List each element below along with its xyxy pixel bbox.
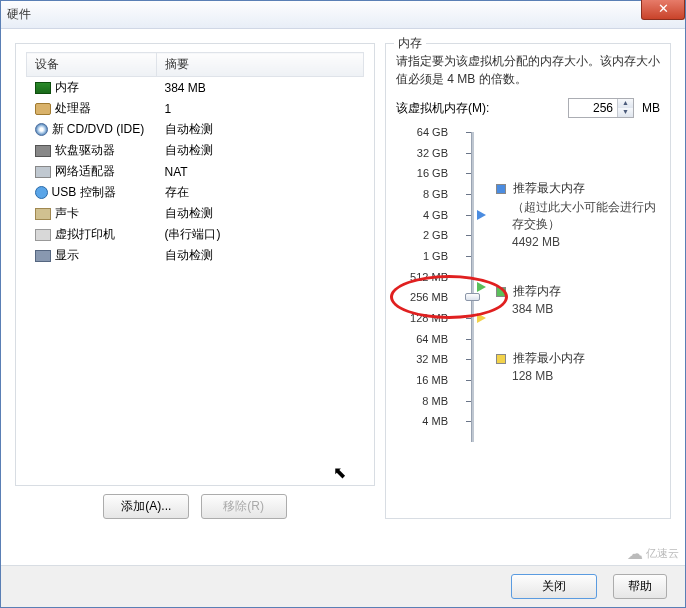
tick-label: 256 MB <box>410 291 448 303</box>
memory-legend: 推荐最大内存 （超过此大小可能会进行内存交换） 4492 MB 推荐内存 384… <box>496 132 660 442</box>
memory-panel: 内存 请指定要为该虚拟机分配的内存大小。该内存大小值必须是 4 MB 的倍数。 … <box>385 43 671 519</box>
tick-label: 8 GB <box>423 188 448 200</box>
memory-spinner[interactable]: ▲ ▼ <box>568 98 634 118</box>
legend-square-blue-icon <box>496 184 506 194</box>
device-name: 显示 <box>55 248 79 262</box>
window-title: 硬件 <box>7 6 31 23</box>
close-dialog-button[interactable]: 关闭 <box>511 574 597 599</box>
tick-label: 512 MB <box>410 271 448 283</box>
device-name: 网络适配器 <box>55 164 115 178</box>
legend-square-green-icon <box>496 287 506 297</box>
device-summary: 自动检测 <box>157 119 364 140</box>
memory-unit: MB <box>642 101 660 115</box>
device-row[interactable]: 虚拟打印机(串行端口) <box>27 224 364 245</box>
tick-label: 32 GB <box>417 147 448 159</box>
titlebar: 硬件 ✕ <box>1 1 685 29</box>
device-name: 内存 <box>55 80 79 94</box>
legend-square-yellow-icon <box>496 354 506 364</box>
device-summary: 1 <box>157 98 364 119</box>
device-row[interactable]: 显示自动检测 <box>27 245 364 266</box>
tick-label: 16 GB <box>417 167 448 179</box>
legend-max-title: 推荐最大内存 <box>513 181 585 195</box>
tick-label: 128 MB <box>410 312 448 324</box>
slider-track[interactable] <box>471 132 474 442</box>
legend-rec-title: 推荐内存 <box>513 284 561 298</box>
spin-up-icon[interactable]: ▲ <box>618 99 633 108</box>
tick-label: 4 MB <box>422 415 448 427</box>
device-icon <box>35 103 51 115</box>
device-table: 设备 摘要 内存384 MB处理器1新 CD/DVD (IDE)自动检测软盘驱动… <box>26 52 364 266</box>
add-button[interactable]: 添加(A)... <box>103 494 189 519</box>
device-row[interactable]: 网络适配器NAT <box>27 161 364 182</box>
device-row[interactable]: 新 CD/DVD (IDE)自动检测 <box>27 119 364 140</box>
device-summary: 自动检测 <box>157 203 364 224</box>
device-icon <box>35 229 51 241</box>
memory-slider-area: 64 GB32 GB16 GB8 GB4 GB2 GB1 GB512 MB256… <box>396 132 660 442</box>
device-summary: 自动检测 <box>157 245 364 266</box>
device-summary: 存在 <box>157 182 364 203</box>
dialog-footer: 关闭 帮助 <box>1 565 685 607</box>
tick-label: 2 GB <box>423 229 448 241</box>
device-list-panel: 设备 摘要 内存384 MB处理器1新 CD/DVD (IDE)自动检测软盘驱动… <box>15 43 375 486</box>
col-summary[interactable]: 摘要 <box>157 53 364 77</box>
device-icon <box>35 123 48 136</box>
legend-min-title: 推荐最小内存 <box>513 351 585 365</box>
device-name: USB 控制器 <box>52 185 116 199</box>
tick-label: 16 MB <box>416 374 448 386</box>
device-icon <box>35 186 48 199</box>
max-memory-marker-icon <box>477 210 486 220</box>
slider-thumb[interactable] <box>465 293 480 301</box>
legend-max-value: 4492 MB <box>512 235 660 249</box>
device-buttons: 添加(A)... 移除(R) <box>15 494 375 519</box>
tick-label: 8 MB <box>422 395 448 407</box>
spin-down-icon[interactable]: ▼ <box>618 108 633 117</box>
device-name: 处理器 <box>55 101 91 115</box>
legend-max-note: （超过此大小可能会进行内存交换） <box>512 199 660 233</box>
device-summary: 384 MB <box>157 77 364 99</box>
cloud-icon: ☁ <box>627 544 643 563</box>
watermark: ☁ 亿速云 <box>627 544 679 563</box>
recommended-memory-marker-icon <box>477 282 486 292</box>
device-row[interactable]: USB 控制器存在 <box>27 182 364 203</box>
min-memory-marker-icon <box>477 313 486 323</box>
device-name: 声卡 <box>55 206 79 220</box>
device-summary: (串行端口) <box>157 224 364 245</box>
device-summary: NAT <box>157 161 364 182</box>
hardware-dialog: 硬件 ✕ 设备 摘要 内存384 MB处理器1新 CD/DVD (IDE)自动检… <box>0 0 686 608</box>
memory-input[interactable] <box>569 99 617 117</box>
tick-label: 4 GB <box>423 209 448 221</box>
tick-label: 64 MB <box>416 333 448 345</box>
device-icon <box>35 145 51 157</box>
device-icon <box>35 82 51 94</box>
device-name: 新 CD/DVD (IDE) <box>52 122 145 136</box>
device-name: 虚拟打印机 <box>55 227 115 241</box>
tick-label: 1 GB <box>423 250 448 262</box>
memory-description: 请指定要为该虚拟机分配的内存大小。该内存大小值必须是 4 MB 的倍数。 <box>396 52 660 88</box>
legend-min-value: 128 MB <box>512 369 660 383</box>
device-summary: 自动检测 <box>157 140 364 161</box>
help-button[interactable]: 帮助 <box>613 574 667 599</box>
tick-label: 32 MB <box>416 353 448 365</box>
col-device[interactable]: 设备 <box>27 53 157 77</box>
device-row[interactable]: 声卡自动检测 <box>27 203 364 224</box>
slider-ticks: 64 GB32 GB16 GB8 GB4 GB2 GB1 GB512 MB256… <box>396 132 448 442</box>
remove-button[interactable]: 移除(R) <box>201 494 287 519</box>
device-row[interactable]: 处理器1 <box>27 98 364 119</box>
device-icon <box>35 208 51 220</box>
memory-label: 该虚拟机内存(M): <box>396 100 560 117</box>
device-row[interactable]: 软盘驱动器自动检测 <box>27 140 364 161</box>
memory-panel-title: 内存 <box>394 35 426 52</box>
slider-track-column <box>460 132 484 442</box>
device-icon <box>35 166 51 178</box>
close-button[interactable]: ✕ <box>641 0 685 20</box>
device-name: 软盘驱动器 <box>55 143 115 157</box>
device-row[interactable]: 内存384 MB <box>27 77 364 99</box>
tick-label: 64 GB <box>417 126 448 138</box>
device-icon <box>35 250 51 262</box>
legend-rec-value: 384 MB <box>512 302 660 316</box>
